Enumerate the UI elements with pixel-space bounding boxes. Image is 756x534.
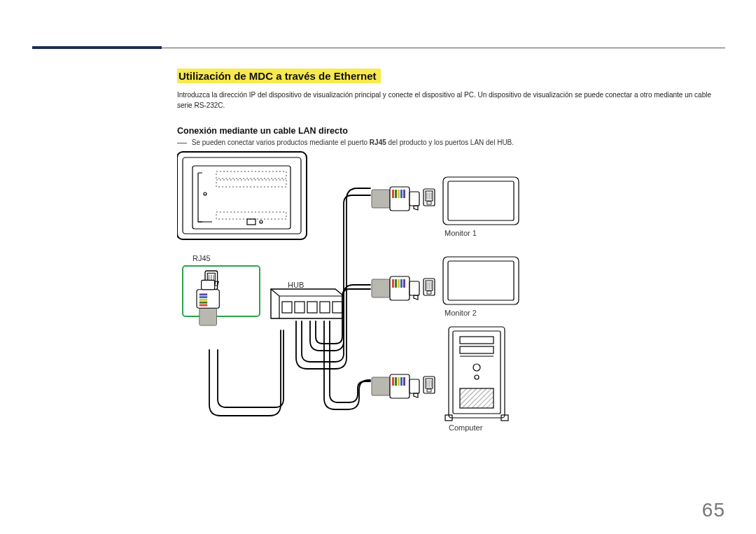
section-heading: Utilización de MDC a través de Ethernet xyxy=(177,69,381,83)
svg-rect-38 xyxy=(460,388,493,408)
dash-icon xyxy=(177,143,187,143)
note-bold: RJ45 xyxy=(370,139,386,146)
label-monitor2: Monitor 2 xyxy=(444,309,477,317)
note-line: Se pueden conectar varios productos medi… xyxy=(177,139,725,146)
svg-rect-33 xyxy=(460,337,493,344)
page-number: 65 xyxy=(702,499,725,521)
svg-rect-17 xyxy=(177,152,307,239)
display-back-panel xyxy=(177,152,307,239)
rj45-highlight xyxy=(183,266,260,316)
svg-point-36 xyxy=(473,364,480,371)
note-post: del producto y los puertos LAN del HUB. xyxy=(386,139,514,146)
label-hub: HUB xyxy=(288,281,304,289)
label-rj45: RJ45 xyxy=(192,254,211,262)
svg-rect-34 xyxy=(460,346,493,353)
hub-device xyxy=(271,289,344,318)
svg-point-37 xyxy=(475,375,479,379)
label-computer: Computer xyxy=(449,423,482,432)
monitor-2 xyxy=(443,257,519,304)
computer-tower xyxy=(445,327,508,421)
connection-diagram: RJ45 HUB Monitor 1 Monitor 2 Computer xyxy=(177,150,604,458)
monitor-1 xyxy=(443,177,519,225)
subsection-heading: Conexión mediante un cable LAN directo xyxy=(177,126,725,136)
label-monitor1: Monitor 1 xyxy=(444,229,477,237)
note-pre: Se pueden conectar varios productos medi… xyxy=(192,139,370,146)
intro-text: Introduzca la dirección IP del dispositi… xyxy=(177,90,725,111)
